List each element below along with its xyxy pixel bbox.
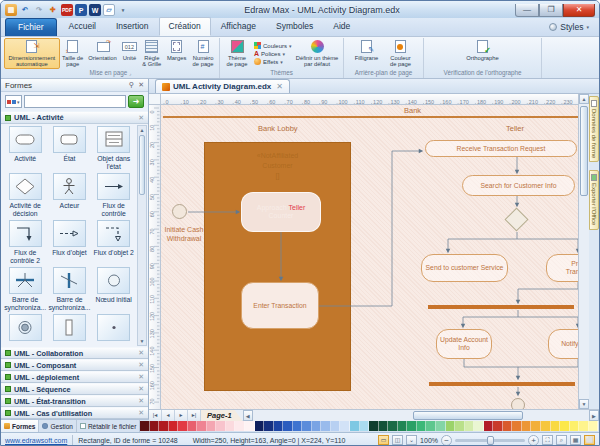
view-full-button[interactable]: ⌄ <box>406 435 417 445</box>
tab-symboles[interactable]: Symboles <box>266 17 323 36</box>
palette-swatch-47[interactable] <box>589 421 599 431</box>
default-theme-button[interactable]: Définir un thème par défaut <box>294 38 340 69</box>
stencil-object-flow-shape[interactable]: Flux d'objet <box>47 220 91 264</box>
palette-swatch-11[interactable] <box>245 421 255 431</box>
theme-colors-button[interactable]: Couleurs▾ <box>254 42 292 49</box>
watermark-button[interactable]: ✎ Filligrane <box>350 38 384 69</box>
palette-swatch-41[interactable] <box>531 421 541 431</box>
view-fit-button[interactable]: ◫ <box>392 435 403 445</box>
palette-swatch-30[interactable] <box>426 421 436 431</box>
page-theme-button[interactable]: Thème de page <box>222 38 252 69</box>
palette-swatch-1[interactable] <box>150 421 160 431</box>
stencil-final-node-shape[interactable] <box>3 314 47 341</box>
document-tab[interactable]: UML Activity Diagram.edx ✕ <box>155 79 290 93</box>
palette-swatch-13[interactable] <box>264 421 274 431</box>
palette-swatch-0[interactable] <box>140 421 150 431</box>
panel-scrollbar[interactable]: ▲ ▼ <box>137 125 147 346</box>
stencil-object-in-state-shape[interactable]: Objet dans l'état <box>92 126 136 170</box>
palette-swatch-38[interactable] <box>503 421 513 431</box>
view-normal-button[interactable]: ▭ <box>378 435 389 445</box>
palette-swatch-7[interactable] <box>207 421 217 431</box>
activity-notify-customer[interactable]: Notify Customer <box>548 329 578 359</box>
palette-swatch-3[interactable] <box>169 421 179 431</box>
stencil-activity-shape[interactable]: Activité <box>3 126 47 170</box>
edrawsoft-link[interactable]: www.edrawsoft.com <box>5 437 67 444</box>
unit-button[interactable]: 012 Unité <box>119 38 139 69</box>
palette-swatch-23[interactable] <box>360 421 370 431</box>
stencil-sync-bar-h-shape[interactable]: Barre de synchroniza... <box>3 267 47 311</box>
tab-accueil[interactable]: Accueil <box>59 17 106 36</box>
initial-node[interactable] <box>172 204 187 219</box>
section-uml-activite[interactable]: UML - Activité ✕ <box>1 111 148 124</box>
palette-swatch-5[interactable] <box>188 421 198 431</box>
palette-swatch-15[interactable] <box>283 421 293 431</box>
fit-page-button[interactable]: ⛶ <box>542 435 553 445</box>
v-scrollbar-thumb[interactable] <box>580 106 588 196</box>
stencil-decision-shape[interactable]: Activité de décision <box>3 173 47 217</box>
section-close-icon[interactable]: ✕ <box>138 373 144 381</box>
autosize-button[interactable]: ⇲ Dimensionnement automatique <box>4 38 60 69</box>
palette-swatch-39[interactable] <box>512 421 522 431</box>
stencil-dot-shape[interactable] <box>92 314 136 341</box>
styles-button[interactable]: Styles▾ <box>543 19 595 36</box>
palette-swatch-2[interactable] <box>159 421 169 431</box>
panel-close-icon[interactable]: ✕ <box>138 81 144 89</box>
tab-affichage[interactable]: Affichage <box>211 17 266 36</box>
palette-swatch-19[interactable] <box>321 421 331 431</box>
pan-button[interactable]: ▦ <box>570 435 581 445</box>
stencil-sync-bar-v-shape[interactable]: Barre de synchroniza... <box>47 267 91 311</box>
palette-swatch-34[interactable] <box>465 421 475 431</box>
maximize-button[interactable]: ❐ <box>539 4 563 17</box>
qat-dropdown-icon[interactable]: ▾ <box>117 4 129 16</box>
panel-scrollbar-thumb[interactable] <box>139 135 145 195</box>
section-collapsed-4[interactable]: UML - État-transition✕ <box>1 395 148 407</box>
section-close-icon[interactable]: ✕ <box>138 409 144 417</box>
palette-swatch-4[interactable] <box>178 421 188 431</box>
save-icon[interactable]: ▤ <box>5 4 17 16</box>
palette-swatch-37[interactable] <box>493 421 503 431</box>
palette-swatch-43[interactable] <box>551 421 561 431</box>
scroll-right-icon[interactable]: ▶ <box>589 410 599 421</box>
tab-aide[interactable]: Aide <box>323 17 360 36</box>
sync-bar-2[interactable] <box>429 382 575 386</box>
section-close-icon[interactable]: ✕ <box>138 349 144 357</box>
palette-swatch-45[interactable] <box>570 421 580 431</box>
palette-swatch-25[interactable] <box>379 421 389 431</box>
scroll-left-icon[interactable]: ◀ <box>243 410 253 421</box>
library-selector[interactable]: ▾ <box>5 95 22 108</box>
zoom-slider[interactable] <box>455 439 525 442</box>
section-close-icon[interactable]: ✕ <box>138 397 144 405</box>
palette-swatch-42[interactable] <box>541 421 551 431</box>
palette-swatch-8[interactable] <box>216 421 226 431</box>
activity-enter-transaction[interactable]: Enter Transaction <box>241 282 319 329</box>
export-office-side-tab[interactable]: Exporter l'Office <box>589 170 599 229</box>
new-drawing-icon[interactable]: ✚ <box>47 4 59 16</box>
palette-swatch-18[interactable] <box>312 421 322 431</box>
section-close-icon[interactable]: ✕ <box>138 361 144 369</box>
pin-icon[interactable]: ⚲ <box>129 81 134 89</box>
stencil-state-shape[interactable]: État <box>47 126 91 170</box>
palette-swatch-24[interactable] <box>369 421 379 431</box>
search-go-button[interactable]: ➜ <box>128 95 144 108</box>
close-button[interactable]: ✕ <box>563 4 595 17</box>
stencil-actor-shape[interactable]: Acteur <box>47 173 91 217</box>
palette-swatch-9[interactable] <box>226 421 236 431</box>
palette-swatch-10[interactable] <box>235 421 245 431</box>
palette-swatch-32[interactable] <box>446 421 456 431</box>
stencil-control-flow-2-shape[interactable]: Flux de contrôle 2 <box>3 220 47 264</box>
palette-swatch-46[interactable] <box>579 421 589 431</box>
activity-search-for-customer-info[interactable]: Search for Customer Info <box>462 175 575 196</box>
palette-swatch-21[interactable] <box>340 421 350 431</box>
palette-swatch-26[interactable] <box>388 421 398 431</box>
section-close-icon[interactable]: ✕ <box>138 385 144 393</box>
theme-fonts-button[interactable]: APolices▾ <box>254 50 292 57</box>
vertical-scrollbar[interactable]: ▲ ▼ <box>578 94 589 409</box>
palette-swatch-14[interactable] <box>274 421 284 431</box>
activity-update-account-info[interactable]: Update AccountInfo <box>436 329 492 359</box>
tab-creation[interactable]: Création <box>159 17 211 36</box>
orientation-button[interactable]: ↷ Orientation <box>86 38 120 69</box>
palette-swatch-29[interactable] <box>417 421 427 431</box>
stencil-control-flow-shape[interactable]: Flux de contrôle <box>92 173 136 217</box>
export-ppt-icon[interactable]: P <box>75 4 87 16</box>
palette-swatch-44[interactable] <box>560 421 570 431</box>
